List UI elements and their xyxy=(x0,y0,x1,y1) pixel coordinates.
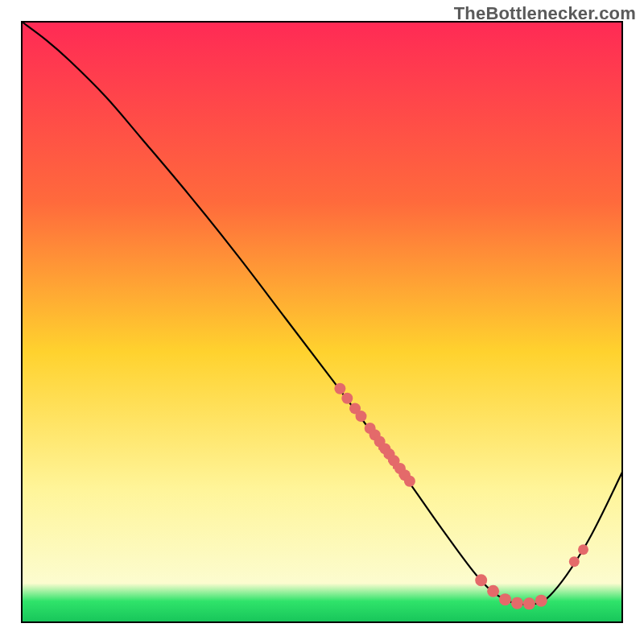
marker-dot xyxy=(487,585,499,597)
marker-dot xyxy=(341,393,353,404)
marker-dot xyxy=(523,597,535,609)
chart-stage: TheBottlenecker.com xyxy=(0,0,644,644)
marker-dot xyxy=(334,383,345,394)
marker-dot xyxy=(355,411,366,422)
bottleneck-chart xyxy=(0,0,644,644)
marker-dot xyxy=(404,476,415,487)
marker-dot xyxy=(475,574,487,586)
marker-dot xyxy=(511,597,523,609)
watermark-text: TheBottlenecker.com xyxy=(454,3,636,24)
marker-dot xyxy=(499,593,511,605)
plot-background-gradient xyxy=(22,22,622,622)
marker-dot xyxy=(569,556,580,567)
marker-dot xyxy=(578,544,588,555)
marker-dot xyxy=(535,595,547,607)
